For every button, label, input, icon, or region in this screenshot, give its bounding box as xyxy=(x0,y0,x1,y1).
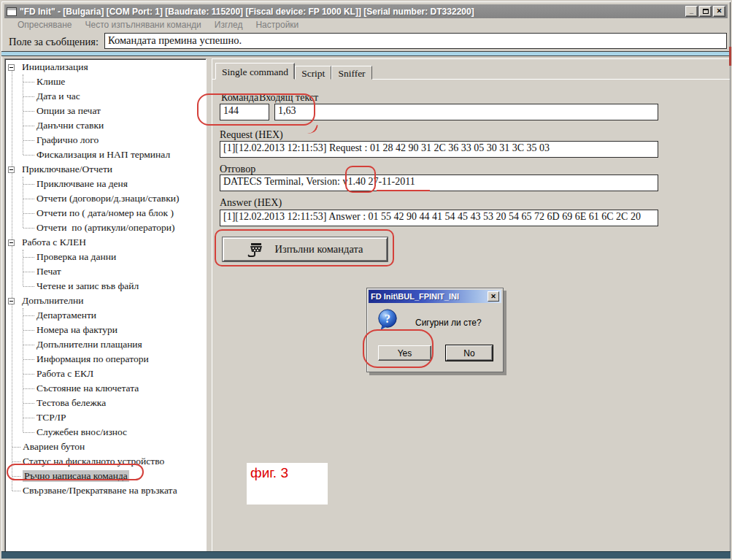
yes-button[interactable]: Yes xyxy=(378,345,431,361)
tree-item-label: Номера на фактури xyxy=(36,324,117,336)
tree-leaf-3[interactable]: Свързване/Прекратяване на връзката xyxy=(5,483,206,498)
bottom-strip xyxy=(1,551,731,559)
tree-item-label: Състояние на ключетата xyxy=(36,383,139,394)
execute-command-label: Изпълни командата xyxy=(275,243,363,256)
response-field[interactable]: DATECS Terminal, Version: v1.40 27-11-20… xyxy=(220,174,658,191)
question-icon: ? xyxy=(377,309,398,331)
tab-single-command[interactable]: Single command xyxy=(215,63,295,80)
tree-item-label: Дата и час xyxy=(36,91,80,102)
tree-item-label: Тестова бележка xyxy=(36,397,106,409)
figure-caption: фиг. 3 xyxy=(247,463,328,481)
tree-item-label: Свързване/Прекратяване на връзката xyxy=(23,485,177,496)
tab-script[interactable]: Script xyxy=(295,66,331,80)
tree-item-3-0[interactable]: Департаменти xyxy=(5,308,206,323)
tab-sniffer[interactable]: Sniffer xyxy=(331,66,371,80)
serial-connector-icon xyxy=(247,242,265,258)
tree-item-3-7[interactable]: TCP/IP xyxy=(5,410,206,425)
figure-caption-box: фиг. 3 xyxy=(247,463,328,505)
tree-root-1[interactable]: Приключване/Отчети xyxy=(5,162,206,177)
tree-item-label: Ръчно написана команда xyxy=(23,470,129,482)
command-input[interactable]: 144 xyxy=(220,104,269,120)
tree-item-label: Приключване на деня xyxy=(36,178,128,190)
tree-item-3-1[interactable]: Номера на фактури xyxy=(5,323,206,337)
tree-item-label: Допълнителни плащания xyxy=(36,339,142,350)
menu-item-0[interactable]: Опресняване xyxy=(12,19,78,31)
tree-item-1-0[interactable]: Приключване на деня xyxy=(5,177,206,191)
tree-item-label: Данъчни ставки xyxy=(36,120,104,131)
minimize-button[interactable]: _ xyxy=(685,6,698,17)
window-title: "FD Init" - [Bulgaria] [COM Port: 1] [Ba… xyxy=(20,7,682,17)
tree-item-label: Допълнителни xyxy=(22,295,83,307)
tree-item-label: Авариен бутон xyxy=(23,441,85,453)
tree-item-label: Служебен внос/износ xyxy=(36,426,127,438)
tree-item-0-5[interactable]: Фискализация и НАП терминал xyxy=(5,147,206,162)
tree-item-1-2[interactable]: Отчети по ( дата/номер на блок ) xyxy=(5,206,206,220)
tree-item-label: Фискализация и НАП терминал xyxy=(36,149,170,161)
app-icon xyxy=(7,7,17,16)
message-bar: Поле за съобщения: Командата премина усп… xyxy=(4,33,728,50)
tree-item-label: Работа с ЕКЛ xyxy=(36,368,93,380)
tree-item-label: Приключване/Отчети xyxy=(22,164,112,175)
collapse-icon[interactable] xyxy=(8,166,15,173)
request-hex-label: Request (HEX) xyxy=(220,129,283,141)
tree-item-3-6[interactable]: Тестова бележка xyxy=(5,396,206,410)
tree-group-3: ДепартаментиНомера на фактуриДопълнителн… xyxy=(5,308,206,440)
tree-group-0: КлишеДата и часОпции за печатДанъчни ста… xyxy=(5,74,206,162)
navigation-tree: ИнициализацияКлишеДата и часОпции за печ… xyxy=(5,59,206,498)
tree-item-label: Печат xyxy=(36,266,61,277)
tree-item-label: Опции за печат xyxy=(36,105,101,117)
tree-root-3[interactable]: Допълнителни xyxy=(5,294,206,308)
tree-leaf-1[interactable]: Статус на фискалното устройство xyxy=(5,454,206,469)
menu-item-3[interactable]: Настройки xyxy=(250,19,304,31)
response-label: Отговор xyxy=(220,164,255,175)
tree-item-0-2[interactable]: Опции за печат xyxy=(5,104,206,118)
collapse-icon[interactable] xyxy=(8,239,15,246)
tree-item-label: Клише xyxy=(36,76,65,88)
no-button[interactable]: No xyxy=(446,345,493,361)
dialog-question: Сигурни ли сте? xyxy=(415,318,482,328)
answer-hex-field[interactable]: [1][12.02.2013 12:11:53] Answer : 01 55 … xyxy=(220,210,658,226)
tree-leaf-0[interactable]: Авариен бутон xyxy=(5,440,206,454)
execute-command-button[interactable]: Изпълни командата xyxy=(223,237,388,261)
tree-item-label: Отчети по (артикули/оператори) xyxy=(36,222,174,234)
tree-item-label: Отчети (договори/д.знаци/ставки) xyxy=(36,193,179,204)
tree-item-3-4[interactable]: Работа с ЕКЛ xyxy=(5,367,206,381)
request-hex-field[interactable]: [1][12.02.2013 12:11:53] Request : 01 28… xyxy=(220,141,658,158)
tree-item-3-3[interactable]: Информация по оператори xyxy=(5,352,206,367)
tree-root-2[interactable]: Работа с КЛЕН xyxy=(5,235,206,250)
title-bar: "FD Init" - [Bulgaria] [COM Port: 1] [Ba… xyxy=(4,4,728,18)
tree-item-1-1[interactable]: Отчети (договори/д.знаци/ставки) xyxy=(5,191,206,206)
tab-strip: Single commandScriptSniffer xyxy=(215,63,372,80)
tree-item-3-8[interactable]: Служебен внос/износ xyxy=(5,425,206,440)
input-text-input[interactable]: 1,63 xyxy=(274,104,658,120)
svg-text:?: ? xyxy=(385,312,390,325)
close-button[interactable]: ✕ xyxy=(713,6,725,17)
menu-item-2[interactable]: Изглед xyxy=(209,19,249,31)
message-field[interactable]: Командата премина успешно. xyxy=(104,33,727,49)
tree-item-2-0[interactable]: Проверка на данни xyxy=(5,250,206,264)
tree-item-0-4[interactable]: Графично лого xyxy=(5,133,206,147)
tree-item-label: Проверка на данни xyxy=(36,251,116,263)
tree-item-0-0[interactable]: Клише xyxy=(5,74,206,89)
tree-item-3-2[interactable]: Допълнителни плащания xyxy=(5,337,206,352)
dialog-close-button[interactable]: ✕ xyxy=(488,291,499,302)
tree-item-3-5[interactable]: Състояние на ключетата xyxy=(5,381,206,396)
dialog-title: FD Init\BUL_FPINIT_INI xyxy=(371,292,488,301)
tree-item-2-1[interactable]: Печат xyxy=(5,264,206,279)
collapse-icon[interactable] xyxy=(8,298,15,304)
tree-item-label: TCP/IP xyxy=(36,412,66,423)
tree-root-0[interactable]: Инициализация xyxy=(5,60,206,74)
tree-item-1-3[interactable]: Отчети по (артикули/оператори) xyxy=(5,220,206,235)
menu-item-1[interactable]: Често изпълнявани команди xyxy=(80,19,207,31)
tree-item-label: Информация по оператори xyxy=(36,353,149,365)
maximize-button[interactable] xyxy=(699,6,712,17)
answer-hex-label: Answer (HEX) xyxy=(220,197,282,209)
tree-item-label: Отчети по ( дата/номер на блок ) xyxy=(36,207,174,219)
tree-item-0-1[interactable]: Дата и час xyxy=(5,89,206,104)
tree-item-0-3[interactable]: Данъчни ставки xyxy=(5,118,206,133)
collapse-icon[interactable] xyxy=(8,64,15,71)
dialog-title-bar: FD Init\BUL_FPINIT_INI ✕ xyxy=(369,290,501,303)
tree-item-label: Работа с КЛЕН xyxy=(22,237,86,248)
tree-leaf-2[interactable]: Ръчно написана команда xyxy=(5,469,206,483)
tree-item-2-2[interactable]: Четене и запис във файл xyxy=(5,279,206,294)
